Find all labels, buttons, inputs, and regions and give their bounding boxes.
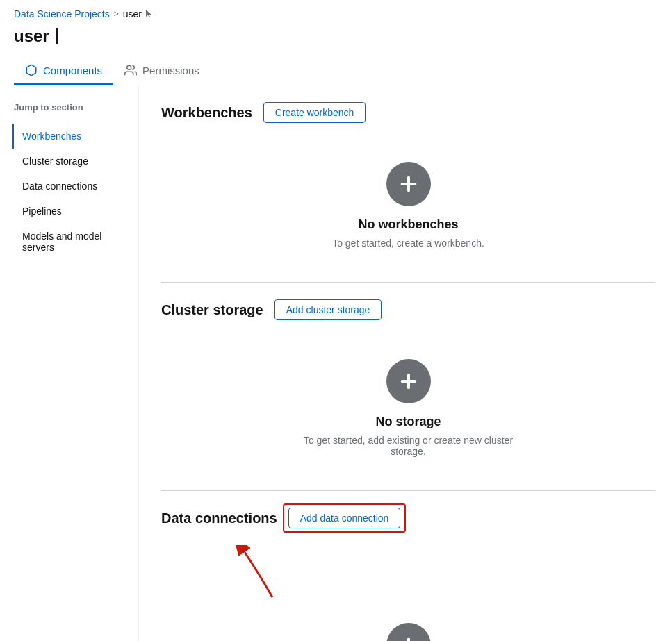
workbenches-title: Workbenches <box>161 105 252 121</box>
tab-permissions[interactable]: Permissions <box>113 57 211 85</box>
breadcrumb: Data Science Projects > user <box>0 0 672 24</box>
data-connections-plus-icon <box>386 623 431 641</box>
cube-icon <box>25 64 38 76</box>
title-cursor <box>56 28 58 44</box>
sidebar-nav: Workbenches Cluster storage Data connect… <box>14 124 138 260</box>
plus-icon-storage <box>398 370 420 392</box>
arrow-svg <box>231 545 314 601</box>
add-cluster-storage-button[interactable]: Add cluster storage <box>274 299 382 320</box>
workbenches-empty-state: No workbenches To get started, create a … <box>161 140 655 265</box>
content-area: Workbenches Create workbench No workbenc… <box>139 85 672 641</box>
main-layout: Jump to section Workbenches Cluster stor… <box>0 85 672 641</box>
tab-permissions-label: Permissions <box>142 65 199 76</box>
breadcrumb-parent-link[interactable]: Data Science Projects <box>14 8 110 19</box>
breadcrumb-current: user <box>123 8 153 19</box>
workbenches-empty-desc: To get started, create a workbench. <box>332 238 484 249</box>
divider-2 <box>161 490 655 491</box>
cluster-storage-empty-title: No storage <box>375 415 441 429</box>
breadcrumb-separator: > <box>114 9 119 19</box>
sidebar-item-cluster-storage[interactable]: Cluster storage <box>12 149 138 174</box>
add-data-connection-button[interactable]: Add data connection <box>288 508 401 528</box>
tab-components-label: Components <box>43 65 102 76</box>
data-connections-empty-state: No data connections <box>161 601 655 641</box>
page-title-area: user <box>0 24 672 57</box>
tab-components[interactable]: Components <box>14 57 113 85</box>
data-connections-section: Data connections Add data connection <box>161 508 655 641</box>
workbenches-header: Workbenches Create workbench <box>161 102 655 123</box>
sidebar-item-workbenches[interactable]: Workbenches <box>12 124 138 149</box>
sidebar-item-pipelines[interactable]: Pipelines <box>12 199 138 224</box>
sidebar: Jump to section Workbenches Cluster stor… <box>0 85 139 641</box>
add-data-connection-wrapper: Add data connection <box>288 508 401 528</box>
page-title: user <box>14 26 49 46</box>
workbenches-plus-icon <box>386 162 431 206</box>
sidebar-heading: Jump to section <box>14 102 138 113</box>
users-icon <box>124 64 137 76</box>
cluster-storage-empty-desc: To get started, add existing or create n… <box>297 435 520 457</box>
svg-point-0 <box>127 65 131 69</box>
cluster-storage-plus-icon <box>386 359 431 403</box>
workbenches-section: Workbenches Create workbench No workbenc… <box>161 102 655 265</box>
create-workbench-button[interactable]: Create workbench <box>263 102 366 123</box>
data-connections-header: Data connections Add data connection <box>161 508 655 528</box>
plus-icon <box>398 173 420 195</box>
sidebar-item-data-connections[interactable]: Data connections <box>12 174 138 199</box>
plus-icon-data <box>398 634 420 641</box>
cursor-icon <box>145 9 153 19</box>
divider-1 <box>161 282 655 283</box>
data-connections-title: Data connections <box>161 510 277 526</box>
arrow-annotation <box>231 545 655 601</box>
sidebar-item-models[interactable]: Models and model servers <box>12 224 138 260</box>
tabs-bar: Components Permissions <box>0 57 672 85</box>
cluster-storage-title: Cluster storage <box>161 302 263 318</box>
cluster-storage-header: Cluster storage Add cluster storage <box>161 299 655 320</box>
cluster-storage-empty-state: No storage To get started, add existing … <box>161 337 655 474</box>
cluster-storage-section: Cluster storage Add cluster storage No s… <box>161 299 655 474</box>
workbenches-empty-title: No workbenches <box>358 217 458 232</box>
